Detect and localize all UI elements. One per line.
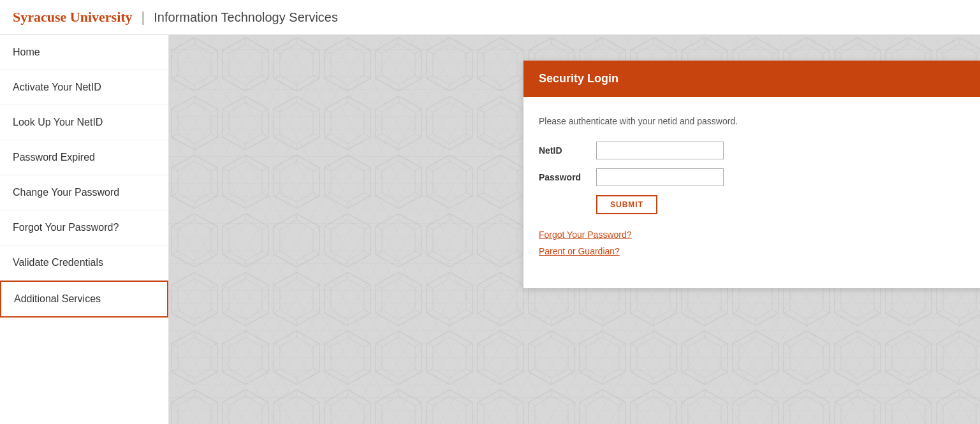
forgot-password-link[interactable]: Forgot Your Password? (539, 230, 980, 240)
sidebar-item-forgot-password[interactable]: Forgot Your Password? (0, 210, 168, 245)
main-layout: Home Activate Your NetID Look Up Your Ne… (0, 35, 980, 424)
page-header: Syracuse University | Information Techno… (0, 0, 980, 35)
header-divider: | (142, 9, 145, 26)
sidebar-item-change-password[interactable]: Change Your Password (0, 175, 168, 210)
login-card: Security Login Please authenticate with … (523, 61, 980, 288)
netid-row: NetID (539, 142, 980, 159)
password-label: Password (539, 172, 596, 182)
department-name: Information Technology Services (154, 10, 338, 25)
sidebar-item-home[interactable]: Home (0, 35, 168, 70)
sidebar-item-activate-netid[interactable]: Activate Your NetID (0, 70, 168, 105)
login-card-header: Security Login (523, 61, 980, 97)
sidebar-item-validate-credentials[interactable]: Validate Credentials (0, 245, 168, 281)
login-card-body: Please authenticate with your netid and … (523, 97, 980, 288)
netid-label: NetID (539, 145, 596, 156)
main-content: Security Login Please authenticate with … (169, 35, 980, 424)
sidebar-item-lookup-netid[interactable]: Look Up Your NetID (0, 105, 168, 140)
sidebar-item-additional-services[interactable]: Additional Services (0, 281, 168, 318)
submit-row: SUBMIT (596, 195, 980, 214)
login-intro-text: Please authenticate with your netid and … (539, 116, 980, 126)
sidebar-nav: Home Activate Your NetID Look Up Your Ne… (0, 35, 169, 424)
login-links: Forgot Your Password? Parent or Guardian… (539, 230, 980, 256)
parent-guardian-link[interactable]: Parent or Guardian? (539, 246, 980, 256)
university-name: Syracuse University (13, 9, 133, 26)
netid-input[interactable] (596, 142, 724, 159)
password-row: Password (539, 168, 980, 186)
submit-button[interactable]: SUBMIT (596, 195, 657, 214)
sidebar-item-password-expired[interactable]: Password Expired (0, 140, 168, 175)
password-input[interactable] (596, 168, 724, 186)
login-card-title: Security Login (539, 72, 980, 85)
